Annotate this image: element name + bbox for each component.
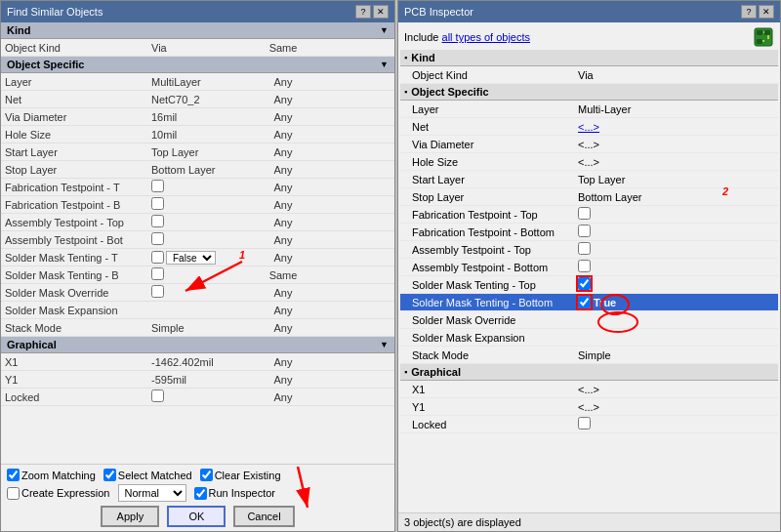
obj-specific-collapse[interactable]: ▼	[380, 60, 389, 69]
run-inspector-text: Run Inspector	[209, 487, 275, 499]
left-title: Find Similar Objects	[7, 6, 103, 18]
fab-testpoint-t-check[interactable]	[151, 180, 164, 192]
right-kind-header[interactable]: ▪ Kind	[400, 50, 778, 66]
clear-existing-label[interactable]: Clear Existing	[200, 469, 281, 481]
cancel-button[interactable]: Cancel	[233, 506, 294, 527]
titlebar-buttons: ? ✕	[355, 5, 389, 19]
list-item: Stack Mode Simple	[400, 347, 778, 364]
zoom-matching-check[interactable]	[7, 469, 20, 481]
list-item: Y1 <...>	[400, 398, 778, 416]
include-link[interactable]: all types of objects	[442, 31, 531, 43]
right-title: PCB Inspector	[404, 6, 473, 18]
list-item: Solder Mask Override	[400, 311, 778, 329]
clear-existing-check[interactable]	[200, 469, 213, 481]
list-item: Net <...>	[400, 118, 778, 136]
list-item: Assembly Testpoint - Bottom	[400, 259, 778, 276]
svg-rect-3	[757, 39, 762, 44]
ok-button[interactable]: OK	[167, 506, 226, 527]
list-item: X1 <...>	[400, 381, 778, 398]
right-close-button[interactable]: ✕	[759, 5, 774, 19]
right-kind-label: Kind	[411, 52, 434, 63]
apply-button[interactable]: Apply	[101, 506, 159, 527]
locked-check[interactable]	[151, 389, 164, 402]
kind-collapse-icon: ▪	[404, 53, 407, 62]
select-matched-text: Select Matched	[118, 470, 192, 481]
table-row: Locked Any	[1, 389, 394, 406]
close-button[interactable]: ✕	[373, 5, 389, 19]
table-row: X1 -1462.402mil Any	[1, 353, 394, 371]
solder-mask-tenting-b-check[interactable]	[151, 267, 164, 280]
table-row: Assembly Testpoint - Bot Any	[1, 231, 394, 249]
bottom-bar: Zoom Matching Select Matched Clear Exist…	[1, 464, 394, 531]
zoom-matching-label[interactable]: Zoom Matching	[7, 469, 96, 481]
right-obj-specific-header[interactable]: ▪ Object Specific	[400, 84, 778, 101]
help-button[interactable]: ?	[355, 5, 371, 19]
prop-via-value: Via	[151, 42, 259, 54]
assy-testpoint-top-check[interactable]	[151, 215, 164, 227]
list-item: Assembly Testpoint - Top	[400, 241, 778, 259]
table-row: Layer MultiLayer Any	[1, 73, 394, 91]
status-text: 3 object(s) are displayed	[404, 516, 521, 528]
select-matched-label[interactable]: Select Matched	[103, 469, 192, 481]
assy-testpoint-bot-check[interactable]	[151, 232, 164, 245]
list-item: Start Layer Top Layer	[400, 171, 778, 188]
left-titlebar: Find Similar Objects ? ✕	[1, 1, 394, 22]
table-row: Start Layer Top Layer Any	[1, 143, 394, 161]
create-expression-text: Create Expression	[21, 487, 110, 499]
table-row: Y1 -595mil Any	[1, 371, 394, 389]
table-row: Solder Mask Expansion Any	[1, 302, 394, 319]
right-assy-bot-check[interactable]	[578, 260, 591, 272]
table-row: Stack Mode Simple Any	[1, 319, 394, 337]
checkbox-row-2: Create Expression Normal Strict Relaxed …	[7, 484, 389, 502]
prop-object-kind: Object Kind	[5, 42, 151, 54]
right-graphical-header[interactable]: ▪ Graphical	[400, 364, 778, 381]
list-item: Via Diameter <...>	[400, 136, 778, 153]
solder-mask-tenting-t-select[interactable]: False True	[166, 251, 216, 265]
fab-testpoint-b-check[interactable]	[151, 197, 164, 210]
list-item: Stop Layer Bottom Layer	[400, 188, 778, 206]
right-help-button[interactable]: ?	[741, 5, 757, 19]
list-item: Solder Mask Tenting - Top	[400, 276, 778, 294]
right-panel-content: Include all types of objects	[398, 22, 780, 512]
list-item: Hole Size <...>	[400, 153, 778, 171]
object-specific-label: Object Specific	[7, 59, 84, 70]
right-obj-specific-label: Object Specific	[411, 86, 488, 98]
solder-mask-override-check[interactable]	[151, 285, 164, 298]
expression-dropdown[interactable]: Normal Strict Relaxed	[118, 484, 186, 502]
table-row: Net NetC70_2 Any	[1, 91, 394, 108]
graphical-collapse[interactable]: ▼	[380, 340, 389, 349]
solder-mask-tenting-t-check[interactable]	[151, 251, 164, 264]
table-row: Assembly Testpoint - Top Any	[1, 214, 394, 231]
create-expression-label[interactable]: Create Expression	[7, 487, 110, 500]
smt-bot-value: True	[594, 297, 616, 308]
action-buttons: Apply OK Cancel	[7, 506, 389, 527]
run-inspector-label[interactable]: Run Inspector	[194, 487, 275, 500]
right-fab-b-check[interactable]	[578, 225, 591, 237]
right-smt-top-check[interactable]	[578, 277, 591, 290]
net-link[interactable]: <...>	[578, 121, 774, 133]
table-row: Stop Layer Bottom Layer Any	[1, 161, 394, 179]
list-item: Fabrication Testpoint - Top	[400, 206, 778, 224]
right-locked-check[interactable]	[578, 417, 591, 430]
right-fab-t-check[interactable]	[578, 207, 591, 220]
table-row: Solder Mask Tenting - B Same	[1, 266, 394, 284]
right-smt-bot-check[interactable]	[578, 296, 591, 308]
clear-existing-text: Clear Existing	[215, 470, 281, 481]
graphical-label: Graphical	[7, 339, 57, 350]
kind-label: Kind	[7, 24, 30, 36]
table-row: Fabrication Testpoint - B Any	[1, 196, 394, 214]
right-assy-top-check[interactable]	[578, 242, 591, 255]
zoom-matching-text: Zoom Matching	[21, 470, 96, 481]
graphical-collapse-icon: ▪	[404, 367, 407, 377]
obj-specific-collapse-icon: ▪	[404, 87, 407, 97]
table-row: Hole Size 10mil Any	[1, 126, 394, 143]
list-item: Object Kind Via	[400, 66, 778, 84]
include-row: Include all types of objects	[400, 24, 778, 50]
select-matched-check[interactable]	[103, 469, 116, 481]
list-item: Solder Mask Tenting - Bottom True	[400, 294, 778, 311]
table-row: Solder Mask Tenting - T False True Any	[1, 249, 394, 266]
run-inspector-check[interactable]	[194, 487, 207, 500]
create-expression-check[interactable]	[7, 487, 20, 500]
kind-collapse[interactable]: ▼	[380, 25, 389, 35]
list-item: Locked	[400, 416, 778, 433]
